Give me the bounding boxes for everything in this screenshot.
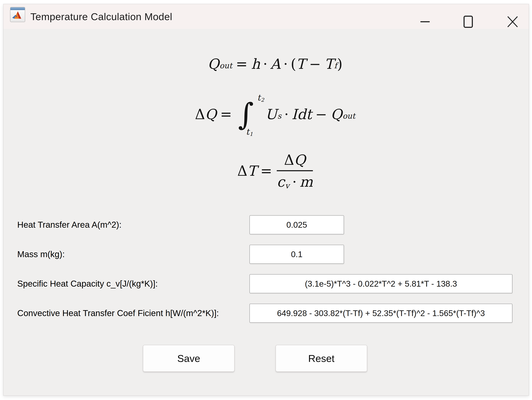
reset-button[interactable]: Reset xyxy=(276,345,367,372)
equation-qout: Qout=h·A·(T−Tf) xyxy=(208,54,342,74)
save-button[interactable]: Save xyxy=(143,345,234,372)
app-window: Temperature Calculation Model Qout=h·A·(… xyxy=(3,4,529,396)
maximize-button[interactable] xyxy=(460,13,476,30)
title-bar[interactable]: Temperature Calculation Model xyxy=(3,4,529,29)
mass-input[interactable] xyxy=(249,245,344,264)
integral-sign: ∫ t2 t1 xyxy=(238,94,254,134)
equation-delta-t: ΔT= ΔQ cv·m xyxy=(237,149,313,193)
minimize-icon xyxy=(420,21,430,22)
convective-coefficient-label: Convective Heat Transfer Coef Ficient h[… xyxy=(17,304,219,323)
window-title: Temperature Calculation Model xyxy=(30,4,172,29)
matlab-logo-icon xyxy=(12,11,23,20)
heat-transfer-area-input[interactable] xyxy=(249,215,344,234)
close-button[interactable] xyxy=(505,13,521,30)
minimize-button[interactable] xyxy=(417,13,433,30)
close-icon xyxy=(507,15,518,28)
mass-label: Mass m(kg): xyxy=(17,245,65,264)
heat-transfer-area-label: Heat Transfer Area A(m^2): xyxy=(17,215,121,234)
maximize-icon xyxy=(463,16,473,28)
equation-delta-q: ΔQ= ∫ t2 t1 Us·Idt−Qout xyxy=(195,94,355,135)
window-content: Qout=h·A·(T−Tf) ΔQ= ∫ t2 t1 Us·Idt−Qout … xyxy=(3,29,529,396)
specific-heat-capacity-input[interactable] xyxy=(249,274,513,293)
specific-heat-capacity-label: Specific Heat Capacity c_v[J/(kg*K)]: xyxy=(17,274,158,293)
fraction: ΔQ cv·m xyxy=(277,152,313,190)
convective-coefficient-input[interactable] xyxy=(249,304,513,323)
matlab-icon-titlestrip xyxy=(10,7,25,10)
matlab-icon xyxy=(10,7,25,22)
